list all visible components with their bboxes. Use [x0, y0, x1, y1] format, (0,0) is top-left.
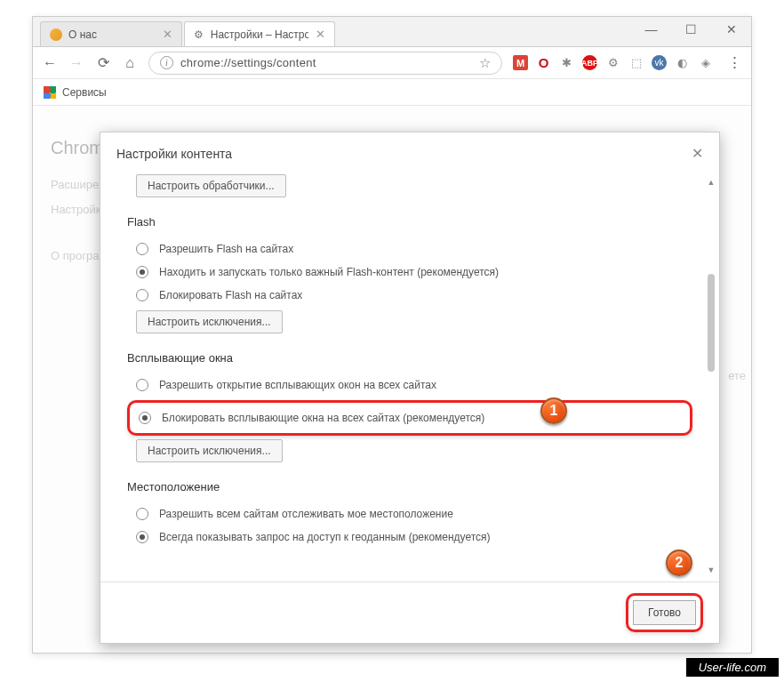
configure-handlers-button[interactable]: Настроить обработчики...	[136, 174, 286, 197]
modal-close-button[interactable]: ✕	[692, 145, 703, 162]
apps-icon[interactable]	[44, 86, 56, 99]
address-bar: ← → ⟳ ⌂ i chrome://settings/content ☆ M …	[33, 47, 751, 79]
maximize-button[interactable]: ☐	[671, 17, 711, 42]
window-controls: — ☐ ✕	[631, 17, 751, 42]
popups-option-allow[interactable]: Разрешить открытие всплывающих окон на в…	[127, 373, 692, 397]
site-info-icon[interactable]: i	[160, 56, 173, 69]
radio-icon	[136, 289, 148, 301]
watermark: User-life.com	[686, 658, 779, 677]
tab-label: Настройки – Настройки	[211, 28, 308, 41]
flash-option-allow[interactable]: Разрешить Flash на сайтах	[127, 237, 692, 261]
radio-label: Разрешить открытие всплывающих окон на в…	[159, 379, 436, 391]
extension-icon[interactable]: ⬚	[628, 55, 644, 70]
extensions-bar: M O ✱ ABP ⚙ ⬚ vk ◐ ◈	[513, 55, 713, 70]
scroll-up-icon[interactable]: ▲	[705, 176, 717, 189]
vk-icon[interactable]: vk	[652, 55, 667, 70]
radio-label: Блокировать Flash на сайтах	[159, 289, 302, 301]
extension-icon[interactable]: ✱	[559, 55, 574, 70]
flash-option-block[interactable]: Блокировать Flash на сайтах	[127, 284, 692, 307]
radio-icon	[136, 531, 148, 543]
radio-icon	[139, 412, 151, 424]
gear-favicon-icon: ⚙	[194, 28, 204, 41]
bookmarks-bar: Сервисы	[33, 79, 751, 106]
radio-icon	[136, 266, 148, 278]
highlight-annotation-1: Блокировать всплывающие окна на всех сай…	[127, 400, 692, 436]
radio-label: Находить и запускать только важный Flash…	[159, 266, 499, 278]
minimize-button[interactable]: —	[631, 17, 671, 42]
close-window-button[interactable]: ✕	[711, 17, 751, 42]
flash-exceptions-button[interactable]: Настроить исключения...	[136, 310, 283, 333]
browser-window: — ☐ ✕ О нас ✕ ⚙ Настройки – Настройки ✕ …	[32, 16, 752, 654]
tab-close-icon[interactable]: ✕	[156, 28, 172, 41]
popups-option-block[interactable]: Блокировать всплывающие окна на всех сай…	[135, 406, 684, 429]
popups-section-title: Всплывающие окна	[127, 351, 692, 365]
modal-footer: Готово	[100, 582, 719, 643]
back-button[interactable]: ←	[42, 55, 58, 71]
home-button[interactable]: ⌂	[122, 55, 138, 71]
annotation-badge-2: 2	[666, 550, 692, 576]
radio-icon	[136, 243, 148, 255]
annotation-badge-1: 1	[540, 397, 567, 424]
orange-favicon-icon	[50, 28, 62, 41]
done-button[interactable]: Готово	[633, 600, 696, 625]
location-option-allow[interactable]: Разрешить всем сайтам отслеживать мое ме…	[127, 502, 692, 526]
forward-button[interactable]: →	[68, 55, 84, 71]
bookmarks-apps-label[interactable]: Сервисы	[62, 86, 107, 99]
extension-icon[interactable]: ◐	[675, 55, 690, 70]
adblock-icon[interactable]: ABP	[582, 55, 597, 70]
radio-label: Разрешить всем сайтам отслеживать мое ме…	[159, 508, 453, 520]
radio-icon	[136, 379, 148, 391]
reload-button[interactable]: ⟳	[95, 54, 111, 71]
highlight-annotation-2: Готово	[626, 593, 703, 632]
gmail-icon[interactable]: M	[513, 55, 528, 70]
tab-close-icon[interactable]: ✕	[308, 28, 325, 41]
modal-body: Настроить обработчики... Flash Разрешить…	[100, 171, 719, 582]
radio-icon	[136, 508, 148, 520]
modal-header: Настройки контента ✕	[100, 132, 719, 171]
bookmark-star-icon[interactable]: ☆	[479, 55, 491, 71]
chrome-menu-button[interactable]: ⋮	[727, 53, 742, 72]
radio-label: Разрешить Flash на сайтах	[159, 243, 293, 255]
scrollbar[interactable]: ▲ ▼	[705, 176, 717, 576]
radio-label: Всегда показывать запрос на доступ к гео…	[159, 531, 491, 543]
modal-title: Настройки контента	[116, 147, 232, 161]
scroll-down-icon[interactable]: ▼	[705, 564, 717, 576]
location-section-title: Местоположение	[127, 480, 692, 493]
url-text: chrome://settings/content	[180, 56, 316, 69]
url-input[interactable]: i chrome://settings/content ☆	[148, 52, 502, 75]
flash-section-title: Flash	[127, 215, 692, 229]
radio-label: Блокировать всплывающие окна на всех сай…	[162, 412, 484, 424]
content-settings-modal: Настройки контента ✕ Настроить обработчи…	[100, 132, 720, 644]
flash-option-detect[interactable]: Находить и запускать только важный Flash…	[127, 261, 692, 284]
scroll-thumb[interactable]	[708, 274, 715, 372]
extension-icon[interactable]: ◈	[698, 55, 713, 70]
popups-exceptions-button[interactable]: Настроить исключения...	[136, 439, 283, 462]
extension-icon[interactable]: ⚙	[605, 55, 620, 70]
tab-settings[interactable]: ⚙ Настройки – Настройки ✕	[184, 21, 335, 46]
location-option-ask[interactable]: Всегда показывать запрос на доступ к гео…	[127, 526, 692, 549]
tab-about[interactable]: О нас ✕	[40, 21, 182, 46]
opera-icon[interactable]: O	[536, 55, 551, 70]
modal-overlay: Настройки контента ✕ Настроить обработчи…	[33, 107, 751, 653]
tab-label: О нас	[68, 28, 97, 41]
